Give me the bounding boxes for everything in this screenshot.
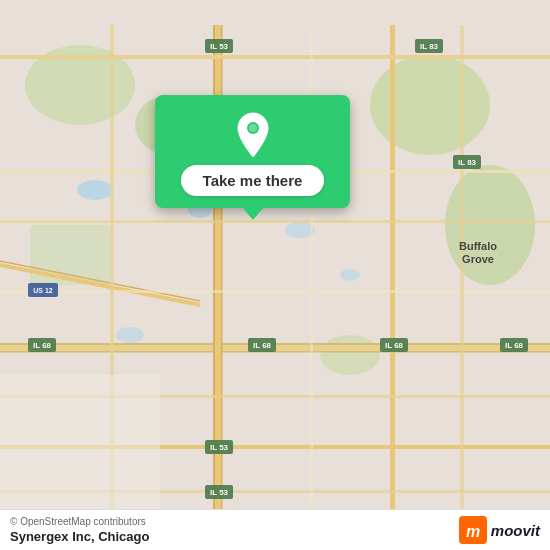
svg-text:m: m <box>466 523 480 540</box>
svg-rect-21 <box>390 25 395 525</box>
bottom-left-info: © OpenStreetMap contributors Synergex In… <box>10 516 149 544</box>
svg-text:Buffalo: Buffalo <box>459 240 497 252</box>
svg-text:IL 68: IL 68 <box>505 341 524 350</box>
moovit-brand-text: moovit <box>491 522 540 539</box>
map-attribution: © OpenStreetMap contributors <box>10 516 149 527</box>
svg-point-3 <box>370 55 490 155</box>
svg-point-6 <box>320 335 380 375</box>
svg-text:US 12: US 12 <box>33 287 53 294</box>
svg-text:IL 68: IL 68 <box>253 341 272 350</box>
moovit-icon: m <box>459 516 487 544</box>
svg-point-4 <box>445 165 535 285</box>
svg-text:IL 53: IL 53 <box>210 42 229 51</box>
svg-text:IL 68: IL 68 <box>385 341 404 350</box>
svg-rect-5 <box>30 225 110 285</box>
location-info: Synergex Inc, Chicago <box>10 529 149 544</box>
map-container: IL 53 IL 83 IL 83 US 12 IL 68 IL 68 IL 6… <box>0 0 550 550</box>
location-icon-wrapper <box>231 113 275 157</box>
svg-text:IL 53: IL 53 <box>210 443 229 452</box>
svg-text:IL 53: IL 53 <box>210 488 229 497</box>
svg-point-11 <box>340 269 360 281</box>
svg-text:IL 83: IL 83 <box>420 42 439 51</box>
popup-card: Take me there <box>155 95 350 208</box>
svg-point-8 <box>77 180 113 200</box>
svg-rect-22 <box>0 55 550 59</box>
business-name: Synergex Inc, Chicago <box>10 529 149 544</box>
map-background: IL 53 IL 83 IL 83 US 12 IL 68 IL 68 IL 6… <box>0 0 550 550</box>
svg-rect-25 <box>0 290 550 293</box>
svg-rect-24 <box>0 220 550 223</box>
location-pin-icon <box>233 111 273 159</box>
svg-rect-31 <box>460 25 464 525</box>
svg-text:IL 68: IL 68 <box>33 341 52 350</box>
bottom-bar: © OpenStreetMap contributors Synergex In… <box>0 509 550 550</box>
svg-point-12 <box>116 327 144 343</box>
moovit-logo: m moovit <box>459 516 540 544</box>
svg-text:Grove: Grove <box>462 253 494 265</box>
svg-point-56 <box>249 124 257 132</box>
svg-rect-32 <box>0 375 160 525</box>
take-me-there-button[interactable]: Take me there <box>181 165 325 196</box>
svg-text:IL 83: IL 83 <box>458 158 477 167</box>
